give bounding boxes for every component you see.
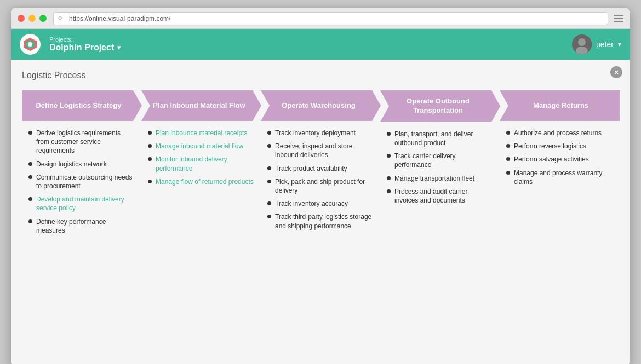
- list-item: Track carrier delivery performance: [387, 152, 493, 169]
- process-flow: Define Logistics Strategy Derive logisti…: [22, 90, 619, 247]
- user-dropdown-arrow: ▾: [618, 41, 621, 48]
- bullet-icon: [506, 171, 510, 175]
- close-traffic-light[interactable]: [18, 15, 25, 22]
- bullet-icon: [506, 131, 510, 135]
- list-item: Receive, inspect and store inbound deliv…: [267, 142, 374, 159]
- item-text[interactable]: Develop and maintain delivery service po…: [36, 195, 135, 212]
- step-header-2: Plan Inbound Material Flow: [141, 90, 261, 121]
- item-text: Track carrier delivery performance: [394, 152, 493, 169]
- close-diagram-button[interactable]: ×: [610, 66, 622, 78]
- item-text: Authorize and process returns: [514, 129, 602, 137]
- list-item: Manage flow of returned products: [148, 177, 254, 186]
- project-name[interactable]: Dolphin Project ▾: [49, 43, 572, 53]
- item-text: Perform salvage activities: [514, 155, 589, 164]
- list-item: Monitor inbound delivery performance: [148, 155, 254, 172]
- step-header-5: Manage Returns: [500, 90, 620, 121]
- hamburger-menu[interactable]: [614, 15, 623, 22]
- item-text: Communicate outsourcing needs to procure…: [36, 173, 135, 190]
- list-item: Manage inbound material flow: [148, 142, 254, 151]
- bullet-icon: [28, 175, 32, 179]
- bullet-icon: [387, 189, 391, 193]
- list-item: Track inventory deployment: [267, 129, 374, 137]
- list-item: Track product availability: [267, 164, 374, 173]
- bullet-icon: [148, 180, 152, 183]
- bullet-icon: [267, 215, 271, 218]
- list-item: Manage transportation fleet: [387, 174, 493, 183]
- list-item: Authorize and process returns: [506, 129, 613, 137]
- main-content: × Logistic Process Define Logistics Stra…: [11, 60, 630, 364]
- item-text: Process and audit carrier invoices and d…: [394, 187, 493, 205]
- maximize-traffic-light[interactable]: [39, 15, 47, 22]
- diagram-title: Logistic Process: [22, 71, 619, 80]
- user-section: peter ▾: [572, 34, 621, 54]
- item-text: Pick, pack and ship product for delivery: [275, 177, 374, 195]
- list-item: Communicate outsourcing needs to procure…: [28, 173, 135, 190]
- bullet-icon: [267, 131, 271, 135]
- process-step-2: Plan Inbound Material Flow Plan inbounce…: [141, 90, 261, 247]
- process-step-1: Define Logistics Strategy Derive logisti…: [22, 90, 141, 247]
- bullet-icon: [506, 144, 510, 148]
- item-text: Perform reverse logistics: [514, 142, 586, 151]
- item-text: Receive, inspect and store inbound deliv…: [275, 142, 374, 159]
- bullet-icon: [387, 154, 391, 158]
- step-body-4: Plan, transport, and deliver outbound pr…: [380, 122, 500, 217]
- step-body-5: Authorize and process returns Perform re…: [500, 121, 619, 198]
- list-item: Perform salvage activities: [506, 155, 613, 164]
- list-item: Manage and process warranty claims: [506, 169, 613, 186]
- list-item: Plan, transport, and deliver outbound pr…: [387, 130, 493, 147]
- list-item: Track inventory accuracy: [267, 199, 374, 208]
- bullet-icon: [28, 219, 32, 223]
- project-dropdown-arrow: ▾: [117, 44, 121, 51]
- traffic-lights: [18, 15, 47, 22]
- list-item: Define key performance measures: [28, 217, 135, 235]
- url-text: https://online.visual-paradigm.com/: [69, 15, 170, 22]
- item-text: Manage and process warranty claims: [514, 169, 613, 186]
- item-text[interactable]: Manage inbound material flow: [156, 142, 243, 151]
- bullet-icon: [267, 166, 271, 170]
- item-text[interactable]: Manage flow of returned products: [156, 177, 254, 186]
- minimize-traffic-light[interactable]: [28, 15, 36, 22]
- bullet-icon: [28, 197, 32, 201]
- list-item: Develop and maintain delivery service po…: [28, 195, 135, 212]
- process-step-5: Manage Returns Authorize and process ret…: [500, 90, 619, 247]
- item-text[interactable]: Monitor inbound delivery performance: [156, 155, 254, 172]
- list-item: Design logistics network: [28, 160, 135, 169]
- process-step-3: Operate Warehousing Track inventory depl…: [261, 90, 380, 247]
- app-logo[interactable]: [20, 34, 41, 55]
- bullet-icon: [148, 157, 152, 161]
- user-avatar[interactable]: [572, 34, 592, 54]
- item-text: Track inventory deployment: [275, 129, 356, 137]
- bullet-icon: [28, 131, 32, 135]
- bullet-icon: [387, 176, 391, 180]
- titlebar: ⟳ https://online.visual-paradigm.com/: [11, 8, 630, 29]
- avatar-image: [572, 34, 592, 54]
- list-item: Perform reverse logistics: [506, 142, 613, 151]
- step-body-2: Plan inbounce material receipts Manage i…: [141, 121, 261, 198]
- process-step-4: Operate Outbound Transportation Plan, tr…: [380, 90, 500, 247]
- step-header-4: Operate Outbound Transportation: [380, 90, 500, 122]
- item-text[interactable]: Plan inbounce material receipts: [156, 129, 247, 137]
- bullet-icon: [28, 162, 32, 166]
- list-item: Process and audit carrier invoices and d…: [387, 187, 493, 205]
- item-text: Derive logistics requirements from custo…: [36, 129, 135, 155]
- list-item: Derive logistics requirements from custo…: [28, 129, 135, 155]
- item-text: Manage transportation fleet: [394, 174, 474, 183]
- item-text: Track product availability: [275, 164, 347, 173]
- user-name: peter: [596, 40, 614, 49]
- svg-point-2: [28, 42, 32, 47]
- step-body-1: Derive logistics requirements from custo…: [22, 121, 141, 247]
- list-item: Plan inbounce material receipts: [148, 129, 254, 137]
- project-info: Projects: Dolphin Project ▾: [49, 36, 572, 53]
- address-bar[interactable]: ⟳ https://online.visual-paradigm.com/: [53, 12, 608, 25]
- app-header: Projects: Dolphin Project ▾ peter ▾: [11, 29, 630, 60]
- refresh-icon: ⟳: [58, 15, 66, 22]
- projects-label: Projects:: [49, 36, 572, 43]
- item-text: Track inventory accuracy: [275, 199, 348, 208]
- logo-icon: [22, 37, 38, 52]
- bullet-icon: [267, 144, 271, 148]
- svg-point-4: [578, 38, 586, 46]
- item-text: Plan, transport, and deliver outbound pr…: [394, 130, 493, 147]
- list-item: Track third-party logistics storage and …: [267, 212, 374, 230]
- bullet-icon: [267, 180, 271, 183]
- bullet-icon: [267, 201, 271, 205]
